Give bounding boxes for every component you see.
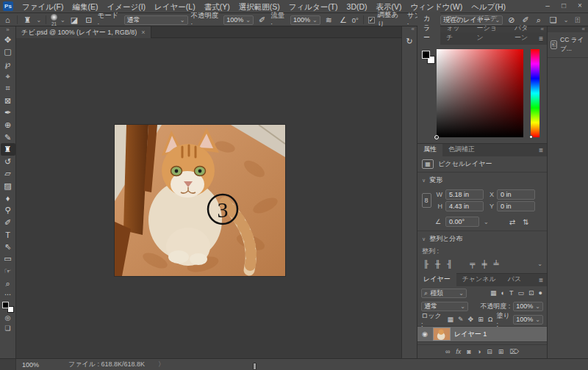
blur-tool[interactable]: ♦ bbox=[1, 192, 15, 205]
hue-slider-handle[interactable] bbox=[529, 135, 533, 139]
new-adjustment-layer-icon[interactable]: ◑ bbox=[477, 348, 481, 355]
cc-collapse-icon[interactable]: « bbox=[548, 26, 588, 32]
dodge-tool[interactable]: ⚲ bbox=[1, 204, 15, 217]
filter-pixel-layers-icon[interactable]: ▦ bbox=[490, 289, 498, 297]
new-layer-icon[interactable]: ⊞ bbox=[498, 348, 504, 355]
pressure-opacity-icon[interactable]: ✐ bbox=[257, 15, 268, 25]
tab-color[interactable]: カラー bbox=[417, 12, 440, 45]
fill-select[interactable]: 100% ⌄ bbox=[513, 315, 543, 324]
lasso-tool[interactable]: ℘ bbox=[1, 58, 15, 70]
flip-horizontal-icon[interactable]: ⇄ bbox=[508, 218, 517, 226]
layer-opacity-select[interactable]: 100% ⌄ bbox=[513, 302, 543, 311]
x-field[interactable]: 0 in bbox=[497, 189, 535, 200]
filter-kind-select[interactable]: ⌕ 種類 ⌄ bbox=[421, 289, 467, 298]
search-icon[interactable]: ⌕ bbox=[534, 15, 543, 25]
menu-file[interactable]: ファイル(F) bbox=[18, 0, 68, 13]
link-dimensions[interactable]: 8 bbox=[420, 188, 432, 213]
tab-channels[interactable]: チャンネル bbox=[456, 272, 502, 286]
new-group-icon[interactable]: ⊟ bbox=[487, 348, 492, 355]
align-left-icon[interactable]: ╟ bbox=[423, 260, 429, 268]
width-field[interactable]: 5.18 in bbox=[445, 189, 484, 200]
cc-libraries-button[interactable]: ⎗ CC ライブ... bbox=[548, 32, 588, 58]
tab-adjustments[interactable]: 色調補正 bbox=[442, 142, 481, 156]
document-close-icon[interactable]: × bbox=[141, 29, 145, 36]
foreground-color-swatch[interactable] bbox=[422, 51, 430, 59]
lock-position-icon[interactable]: ✥ bbox=[467, 316, 475, 323]
panel-menu-icon[interactable]: ≡ bbox=[535, 276, 547, 286]
chevron-down-icon[interactable]: ⌄ bbox=[537, 261, 542, 267]
brush-tool[interactable]: ✎ bbox=[1, 131, 15, 144]
eyedropper-tool[interactable]: ✒ bbox=[1, 107, 15, 120]
y-field[interactable]: 0 in bbox=[497, 201, 535, 211]
align-hcenter-icon[interactable]: ╫ bbox=[435, 260, 440, 268]
brush-preset-picker[interactable]: 21 bbox=[51, 14, 57, 26]
foreground-color-swatch[interactable] bbox=[2, 302, 9, 308]
filter-adjustment-layers-icon[interactable]: ◐ bbox=[501, 289, 506, 297]
hue-slider[interactable] bbox=[531, 49, 539, 137]
tab-patterns[interactable]: パターン bbox=[509, 21, 535, 45]
align-vcenter-icon[interactable]: ╪ bbox=[481, 260, 487, 268]
align-right-icon[interactable]: ╢ bbox=[447, 260, 452, 268]
layer-row-1[interactable]: ◉ レイヤー 1 bbox=[417, 326, 547, 342]
tool-preset-stamp-icon[interactable]: ♜ bbox=[22, 15, 34, 25]
color-picker-handle[interactable] bbox=[434, 135, 439, 139]
home-icon[interactable]: ⌂ bbox=[3, 15, 12, 24]
add-layer-mask-icon[interactable]: ◙ bbox=[467, 348, 470, 355]
crop-tool[interactable]: ⌗ bbox=[1, 82, 15, 95]
edit-toolbar-button[interactable]: ⋯ bbox=[1, 289, 15, 300]
angle-field[interactable]: 0.00° bbox=[445, 217, 479, 227]
layer-blend-mode-select[interactable]: 通常 ⌄ bbox=[421, 302, 468, 311]
type-tool[interactable]: T bbox=[1, 229, 15, 242]
foreground-background-swatches[interactable] bbox=[2, 302, 14, 313]
history-panel-icon[interactable]: ↻ bbox=[403, 35, 416, 48]
tool-preset-chevron-icon[interactable]: ⌄ bbox=[36, 17, 41, 23]
brush-panel-toggle-icon[interactable]: ⊡ bbox=[83, 15, 94, 25]
move-tool[interactable]: ✥ bbox=[1, 34, 15, 46]
filter-smart-objects-icon[interactable]: ⊡ bbox=[528, 289, 535, 297]
delete-layer-icon[interactable]: ⌦ bbox=[509, 348, 519, 355]
layer-thumbnail[interactable] bbox=[433, 327, 451, 341]
dock-collapse-icon[interactable]: « bbox=[412, 26, 417, 33]
align-section-header[interactable]: ∨ 整列と分布 bbox=[417, 231, 547, 245]
hand-tool[interactable]: ☞ bbox=[1, 265, 15, 278]
document-tab[interactable]: チビ.psd @ 100% (レイヤー 1, RGB/8) × bbox=[16, 26, 151, 38]
transform-section-header[interactable]: ∨ 変形 bbox=[417, 173, 547, 186]
filter-shape-layers-icon[interactable]: ▭ bbox=[517, 289, 526, 297]
frame-tool[interactable]: ⊠ bbox=[1, 95, 15, 107]
healing-brush-tool[interactable]: ⊕ bbox=[1, 119, 15, 131]
path-selection-tool[interactable]: ⇖ bbox=[1, 241, 15, 253]
panel-menu-icon[interactable]: ≡ bbox=[535, 35, 547, 45]
close-button[interactable]: × bbox=[572, 0, 588, 12]
window-resize-handle[interactable] bbox=[253, 363, 257, 370]
tab-swatches[interactable]: スウォッチ bbox=[440, 12, 470, 45]
menu-filter[interactable]: フィルター(T) bbox=[284, 0, 343, 13]
filter-type-layers-icon[interactable]: T bbox=[509, 289, 514, 297]
gradient-tool[interactable]: ▨ bbox=[1, 180, 15, 192]
workspace-switcher-icon[interactable]: ❏ bbox=[548, 15, 559, 25]
layer-visibility-eye-icon[interactable]: ◉ bbox=[420, 330, 429, 338]
height-field[interactable]: 4.43 in bbox=[445, 201, 484, 211]
maximize-button[interactable]: □ bbox=[556, 0, 572, 12]
tab-properties[interactable]: 属性 bbox=[417, 142, 442, 156]
shape-tool[interactable]: ▭ bbox=[1, 253, 15, 266]
flip-vertical-icon[interactable]: ⇅ bbox=[521, 218, 530, 226]
brush-picker-chevron-icon[interactable]: ⌄ bbox=[60, 17, 65, 23]
chevron-down-icon[interactable]: ⌄ bbox=[484, 219, 489, 225]
clone-stamp-tool[interactable]: ♜ bbox=[1, 143, 15, 156]
tab-layers[interactable]: レイヤー bbox=[417, 272, 456, 286]
align-bottom-icon[interactable]: ╧ bbox=[493, 260, 498, 268]
align-top-icon[interactable]: ╤ bbox=[470, 260, 475, 268]
layer-effects-button[interactable]: fx bbox=[456, 348, 461, 355]
pen-tool[interactable]: ✐ bbox=[1, 217, 15, 229]
lock-pixels-icon[interactable]: ✎ bbox=[457, 316, 465, 323]
menu-3d[interactable]: 3D(D) bbox=[343, 0, 372, 13]
airbrush-icon[interactable]: ≋ bbox=[323, 15, 334, 25]
tab-gradients[interactable]: グラデーション bbox=[471, 12, 509, 45]
aligned-checkbox[interactable]: ✓ bbox=[368, 17, 375, 23]
link-layers-icon[interactable]: ∞ bbox=[445, 348, 450, 355]
canvas[interactable]: 3 bbox=[16, 38, 401, 358]
status-chevron[interactable]: 〉 bbox=[145, 360, 165, 369]
zoom-tool[interactable]: ⌕ bbox=[1, 278, 15, 290]
panel-menu-icon[interactable]: ≡ bbox=[535, 146, 547, 156]
screen-mode-button[interactable]: ❏ bbox=[1, 323, 15, 333]
